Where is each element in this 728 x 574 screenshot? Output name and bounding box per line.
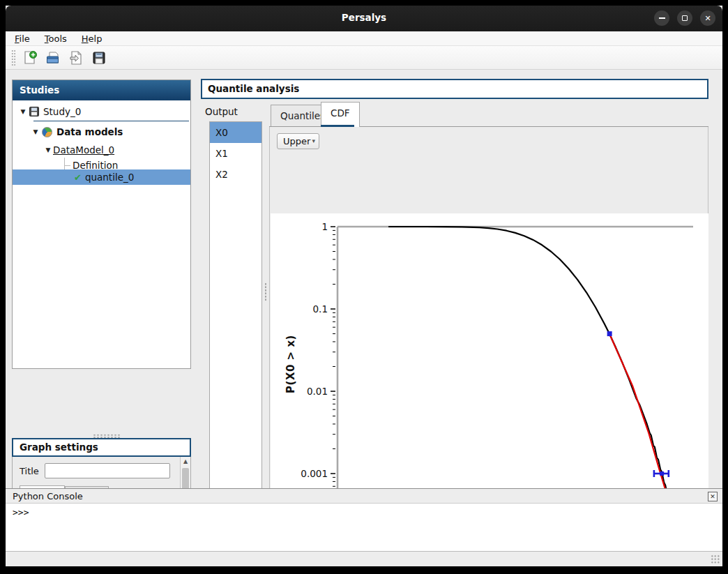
tree-separator — [33, 121, 189, 121]
tree-item-label: DataModel_0 — [53, 144, 114, 156]
scroll-up-icon[interactable]: ▲ — [181, 458, 190, 465]
expand-arrow-icon[interactable]: ▼ — [31, 128, 40, 135]
graph-title-label: Title — [20, 466, 39, 476]
studies-panel-header: Studies — [13, 80, 190, 100]
toolbar-drag-handle[interactable] — [11, 50, 15, 66]
menu-help[interactable]: Help — [82, 33, 103, 44]
resize-grip[interactable] — [711, 554, 720, 564]
close-icon: ✕ — [710, 493, 715, 500]
menubar: File Tools Help — [6, 31, 722, 45]
tree-item-label: Study_0 — [43, 106, 81, 117]
python-console-input[interactable]: >>> — [6, 504, 722, 552]
tree-item-quantile[interactable]: ✔ quantile_0 — [13, 169, 190, 185]
main-area: Studies ▼ Study_0 ▼ — [6, 70, 722, 488]
tail-threshold-marker — [607, 331, 612, 336]
menu-file[interactable]: File — [15, 33, 30, 44]
graph-title-input[interactable] — [45, 463, 170, 478]
window-title: Persalys — [6, 12, 722, 23]
analysis-title: Quantile analysis — [201, 79, 708, 99]
minimize-button[interactable] — [654, 10, 669, 26]
y-tick-label: 0.01 — [307, 386, 328, 397]
import-script-icon — [68, 50, 84, 66]
output-list: X0 X1 X2 — [209, 121, 262, 545]
tree-item-study[interactable]: ▼ Study_0 — [13, 103, 190, 120]
y-tick-label: 1 — [321, 221, 328, 232]
tree-item-label: Data models — [56, 126, 123, 137]
save-button[interactable] — [89, 48, 109, 68]
open-study-button[interactable] — [43, 48, 63, 68]
active-tab-indicator — [321, 125, 354, 127]
new-study-button[interactable] — [20, 48, 40, 68]
studies-tree: ▼ Study_0 ▼ Data models — [13, 100, 190, 368]
output-item-x0[interactable]: X0 — [210, 122, 261, 143]
tail-selector-dropdown[interactable]: Upper ▾ — [277, 133, 319, 149]
tree-item-data-models[interactable]: ▼ Data models — [13, 123, 190, 140]
close-button[interactable]: ✕ — [700, 10, 715, 26]
statusbar — [6, 552, 722, 566]
series-0-curve — [389, 227, 669, 497]
tree-item-datamodel[interactable]: ▼ DataModel_0 — [13, 142, 190, 158]
minimize-icon — [659, 17, 665, 19]
open-study-icon — [45, 50, 61, 66]
check-icon: ✔ — [74, 172, 82, 183]
study-save-icon — [29, 107, 39, 116]
new-study-icon — [22, 50, 38, 66]
vertical-splitter-handle[interactable] — [264, 282, 268, 301]
graph-settings-header: Graph settings — [12, 438, 191, 457]
output-item-x2[interactable]: X2 — [210, 164, 261, 185]
python-console-title: Python Console — [13, 491, 83, 501]
data-models-icon — [42, 127, 52, 137]
cdf-tab-pane: Upper ▾ P(X0 > x) X0 10.10.010.001-6-4-2… — [269, 127, 708, 545]
window-frame: Persalys ✕ File Tools Help — [0, 0, 728, 574]
chevron-down-icon: ▾ — [312, 134, 315, 149]
python-console-header: Python Console ✕ — [6, 488, 722, 504]
console-close-button[interactable]: ✕ — [708, 492, 718, 501]
quantile-estimate-marker — [660, 471, 664, 476]
import-script-button[interactable] — [66, 48, 86, 68]
tab-cdf[interactable]: CDF — [321, 102, 360, 127]
application-window: Persalys ✕ File Tools Help — [6, 6, 722, 566]
y-axis-title: P(X0 > x) — [285, 335, 297, 393]
expand-arrow-icon[interactable]: ▼ — [43, 146, 53, 153]
save-icon — [91, 50, 107, 66]
close-icon: ✕ — [704, 14, 711, 23]
maximize-icon — [682, 15, 688, 21]
toolbar — [6, 45, 722, 70]
y-tick-label: 0.001 — [301, 468, 328, 479]
console-prompt: >>> — [13, 507, 29, 518]
tail-selector-value: Upper — [283, 136, 310, 146]
window-controls: ✕ — [654, 10, 715, 26]
output-label: Output — [205, 106, 238, 117]
output-item-x1[interactable]: X1 — [210, 143, 261, 164]
maximize-button[interactable] — [677, 10, 692, 26]
menu-tools[interactable]: Tools — [45, 33, 67, 44]
tree-item-label: quantile_0 — [85, 172, 134, 183]
expand-arrow-icon[interactable]: ▼ — [18, 108, 28, 115]
titlebar[interactable]: Persalys ✕ — [6, 6, 722, 31]
studies-panel: Studies ▼ Study_0 ▼ — [12, 80, 191, 369]
y-tick-label: 0.1 — [313, 303, 328, 315]
